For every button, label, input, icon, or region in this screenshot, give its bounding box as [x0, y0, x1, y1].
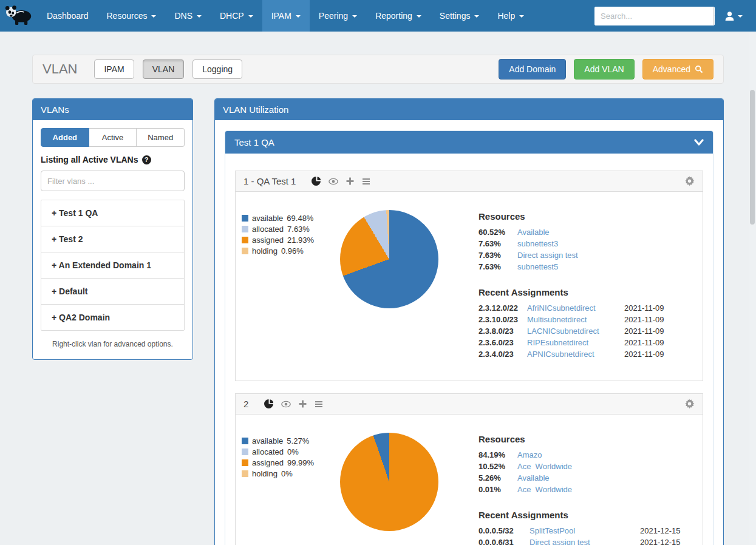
resource-link[interactable]: Available: [517, 228, 695, 237]
assignment-link[interactable]: SplitTestPool: [530, 526, 640, 535]
section-title: 1 - QA Test 1: [243, 176, 296, 186]
vlan-list-item[interactable]: + An Extended Domain 1: [41, 252, 184, 279]
nav-item-dashboard[interactable]: Dashboard: [38, 0, 98, 32]
gear-icon[interactable]: [684, 399, 695, 409]
section-header: 1 - QA Test 1: [236, 171, 703, 192]
assignment-row: 2.3.4.0/23APNICsubnetdirect2021-11-09: [478, 350, 695, 359]
nav-label: IPAM: [271, 11, 291, 21]
legend-label: available: [252, 436, 283, 445]
legend-item: allocated0%: [242, 447, 330, 456]
resource-link[interactable]: Direct assign test: [517, 251, 695, 260]
plus-icon[interactable]: [299, 400, 307, 408]
legend-swatch: [242, 449, 248, 455]
resource-link[interactable]: Ace Worldwide: [517, 485, 695, 494]
nav-item-resources[interactable]: Resources: [98, 0, 166, 32]
vlan-list: + Test 1 QA + Test 2 + An Extended Domai…: [41, 200, 185, 331]
tab-vlan[interactable]: VLAN: [143, 59, 185, 79]
nav-item-dns[interactable]: DNS: [165, 0, 211, 32]
legend-item: assigned99.99%: [242, 458, 330, 467]
tab-ipam[interactable]: IPAM: [94, 59, 134, 79]
sidebar-body: Added Active Named Listing all Active VL…: [33, 120, 192, 359]
utilization-pie-chart: [340, 210, 438, 308]
nav-item-peering[interactable]: Peering: [310, 0, 366, 32]
user-menu[interactable]: [715, 11, 750, 21]
sidebar-panel-title: VLANs: [33, 99, 192, 120]
vlan-list-item[interactable]: + Test 2: [41, 226, 184, 252]
assignment-link[interactable]: Direct assign test: [530, 538, 640, 545]
nav-label: Dashboard: [47, 11, 89, 21]
search-icon: [695, 65, 703, 73]
assignment-link[interactable]: Multisubnetdirect: [527, 315, 624, 324]
resource-pct: 10.52%: [478, 462, 517, 471]
pie-chart-icon[interactable]: [264, 399, 273, 408]
legend-value: 69.48%: [287, 214, 313, 223]
utilization-pie-chart: [340, 433, 438, 531]
header-actions: Add Domain Add VLAN Advanced: [499, 59, 713, 80]
advanced-search-button[interactable]: Advanced: [642, 59, 713, 80]
domain-group: Test 1 QA 1 - QA Test 1: [225, 130, 713, 545]
pie-chart-icon[interactable]: [312, 177, 321, 186]
assignment-link[interactable]: AfriNICsubnetdirect: [527, 303, 624, 313]
resource-link[interactable]: Ace Worldwide: [517, 462, 695, 471]
tab-named[interactable]: Named: [137, 128, 185, 147]
resource-link[interactable]: Amazo: [517, 450, 695, 459]
plus-icon[interactable]: [346, 177, 354, 185]
chevron-down-icon[interactable]: [694, 139, 704, 146]
legend-swatch: [242, 459, 248, 466]
resources-heading: Resources: [478, 434, 695, 444]
listing-label: Listing all Active VLANs ?: [41, 155, 185, 164]
resource-link[interactable]: Available: [517, 473, 695, 482]
nav-label: Help: [497, 11, 515, 21]
filter-vlans-input[interactable]: [41, 171, 185, 191]
assignment-link[interactable]: APNICsubnetdirect: [527, 350, 624, 359]
gear-icon[interactable]: [684, 176, 695, 186]
add-vlan-button[interactable]: Add VLAN: [574, 59, 634, 80]
section-body: available69.48% allocated7.63% assigned2…: [236, 192, 703, 381]
add-domain-button[interactable]: Add Domain: [499, 59, 566, 80]
caret-down-icon: [197, 15, 202, 18]
assignment-link[interactable]: LACNICsubnetdirect: [527, 327, 624, 336]
vlan-list-item[interactable]: + Test 1 QA: [41, 200, 184, 226]
list-menu-icon[interactable]: [362, 178, 370, 185]
button-label: Advanced: [653, 64, 690, 74]
assignment-row: 2.3.12.0/22AfriNICsubnetdirect2021-11-09: [478, 303, 695, 313]
nav-item-ipam[interactable]: IPAM: [262, 0, 310, 32]
nav-label: DNS: [174, 11, 192, 21]
vlan-list-item[interactable]: + QA2 Domain: [41, 305, 184, 330]
legend-value: 5.27%: [287, 436, 309, 445]
tab-added[interactable]: Added: [41, 128, 89, 147]
assignment-date: 2021-12-15: [640, 538, 695, 545]
section-header: 2: [236, 394, 703, 415]
eye-icon[interactable]: [281, 401, 291, 408]
tab-logging[interactable]: Logging: [192, 59, 242, 79]
domain-group-body: 1 - QA Test 1: [225, 154, 713, 545]
help-question-icon[interactable]: ?: [142, 155, 151, 164]
assignment-date: 2021-11-09: [624, 315, 695, 324]
nav-item-reporting[interactable]: Reporting: [366, 0, 431, 32]
vlan-section-1: 1 - QA Test 1: [235, 171, 703, 381]
assignment-link[interactable]: RIPEsubnetdirect: [527, 338, 624, 347]
nav-item-help[interactable]: Help: [488, 0, 533, 32]
domain-group-header[interactable]: Test 1 QA: [225, 131, 713, 154]
main-panel-title: VLAN Utilization: [215, 99, 723, 120]
assignment-cidr: 2.3.4.0/23: [478, 350, 527, 359]
scrollbar-thumb[interactable]: [750, 90, 755, 225]
list-menu-icon[interactable]: [315, 401, 323, 408]
page-content: VLAN IPAM VLAN Logging Add Domain Add VL…: [0, 55, 756, 545]
assignment-date: 2021-11-09: [624, 327, 695, 336]
vlan-list-item[interactable]: + Default: [41, 279, 184, 305]
section-toolbar: [312, 177, 370, 186]
search-input[interactable]: [594, 7, 713, 25]
resource-link[interactable]: subnettest5: [517, 262, 695, 271]
sidebar-hint-text: Right-click vlan for advanced options.: [41, 331, 185, 353]
nav-item-settings[interactable]: Settings: [431, 0, 489, 32]
legend-swatch: [242, 237, 248, 243]
provision-panda-logo[interactable]: [0, 0, 38, 32]
tab-active[interactable]: Active: [89, 128, 137, 147]
nav-item-dhcp[interactable]: DHCP: [211, 0, 262, 32]
vlan-filter-tabs: Added Active Named: [41, 128, 185, 147]
vlan-utilization-panel: VLAN Utilization Test 1 QA: [214, 98, 724, 545]
section-toolbar: [264, 399, 323, 408]
eye-icon[interactable]: [329, 178, 338, 185]
resource-link[interactable]: subnettest3: [517, 239, 695, 248]
